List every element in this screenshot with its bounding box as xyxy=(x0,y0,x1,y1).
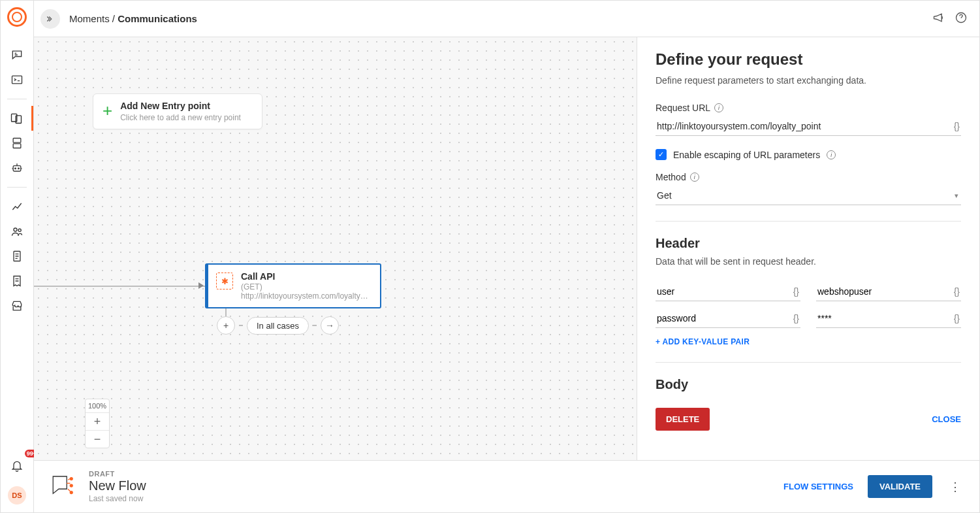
chevron-down-icon: ▾ xyxy=(952,191,961,200)
placeholder-braces-icon[interactable]: { } xyxy=(951,313,961,323)
api-node-url: http://linktoyoursystem.com/loyalty_poin xyxy=(241,291,371,301)
svg-point-8 xyxy=(14,228,17,231)
bottom-bar: DRAFT New Flow Last saved now FLOW SETTI… xyxy=(34,460,979,512)
header-key-input[interactable] xyxy=(656,282,791,301)
header-value-input[interactable] xyxy=(816,309,951,327)
placeholder-braces-icon[interactable]: { } xyxy=(951,121,961,131)
svg-rect-4 xyxy=(13,144,21,148)
header-value-input[interactable] xyxy=(816,282,951,301)
branch-condition-pill[interactable]: In all cases xyxy=(247,317,309,335)
entry-card-title: Add New Entry point xyxy=(120,101,241,111)
escape-url-label: Enable escaping of URL parameters xyxy=(673,150,820,160)
info-icon[interactable]: i xyxy=(714,103,723,112)
body-section-title: Body xyxy=(656,377,961,392)
svg-rect-3 xyxy=(13,139,21,143)
panel-title: Define your request xyxy=(656,50,961,69)
escape-url-checkbox[interactable]: ✓ xyxy=(656,149,667,160)
sidebar-collapse-button[interactable] xyxy=(40,9,60,29)
nav-receipt-icon[interactable] xyxy=(1,269,33,293)
nav-bot-icon[interactable] xyxy=(1,156,33,180)
breadcrumb: Moments / Communications xyxy=(69,13,197,24)
entry-card-subtitle: Click here to add a new entry point xyxy=(120,113,241,122)
request-url-input[interactable] xyxy=(656,117,951,135)
avatar[interactable]: DS xyxy=(8,486,26,505)
zoom-control: 100% + − xyxy=(85,399,110,448)
breadcrumb-root[interactable]: Moments xyxy=(69,13,110,24)
placeholder-braces-icon[interactable]: { } xyxy=(791,286,800,297)
header-section-title: Header xyxy=(656,236,961,251)
left-rail: 99+ DS xyxy=(1,1,34,512)
announce-icon[interactable] xyxy=(932,11,945,26)
method-label: Methodi xyxy=(656,172,961,182)
flow-saved: Last saved now xyxy=(89,494,146,503)
nav-docs-icon[interactable] xyxy=(1,244,33,269)
nav-store-icon[interactable] xyxy=(1,293,33,318)
connector-line xyxy=(34,286,205,287)
notifications-icon[interactable]: 99+ xyxy=(1,454,33,478)
panel-description: Define request parameters to start excha… xyxy=(656,75,961,86)
nav-terminal-icon[interactable] xyxy=(1,67,33,92)
validate-button[interactable]: VALIDATE xyxy=(868,475,932,498)
api-node-method: (GET) xyxy=(241,282,371,291)
placeholder-braces-icon[interactable]: { } xyxy=(791,313,800,323)
brand-logo[interactable] xyxy=(7,7,27,27)
method-select[interactable]: Get xyxy=(656,186,952,205)
arrow-icon xyxy=(198,282,204,289)
plus-icon: + xyxy=(103,102,112,119)
api-gear-icon: ✱ xyxy=(216,273,233,290)
svg-point-6 xyxy=(15,168,16,169)
request-url-label: Request URLi xyxy=(656,103,961,113)
svg-rect-5 xyxy=(13,166,21,171)
nav-templates-icon[interactable] xyxy=(1,131,33,156)
flow-status: DRAFT xyxy=(89,470,146,478)
svg-rect-0 xyxy=(12,76,22,84)
header-key-input[interactable] xyxy=(656,309,791,327)
delete-button[interactable]: DELETE xyxy=(656,408,710,431)
call-api-node[interactable]: ✱ Call API (GET) http://linktoyoursystem… xyxy=(205,263,381,308)
placeholder-braces-icon[interactable]: { } xyxy=(951,286,961,297)
zoom-percent: 100% xyxy=(86,399,109,413)
info-icon[interactable]: i xyxy=(690,173,699,182)
add-entry-point-card[interactable]: + Add New Entry point Click here to add … xyxy=(93,93,262,129)
help-icon[interactable] xyxy=(955,11,968,26)
top-bar: Moments / Communications xyxy=(34,1,979,37)
svg-point-13 xyxy=(70,484,73,487)
header-section-desc: Data that will be sent in request header… xyxy=(656,256,961,267)
svg-point-7 xyxy=(18,168,20,169)
zoom-out-button[interactable]: − xyxy=(86,430,109,448)
more-menu-button[interactable]: ⋮ xyxy=(947,480,964,494)
info-icon[interactable]: i xyxy=(827,150,836,159)
add-branch-button[interactable]: + xyxy=(217,316,235,335)
svg-point-9 xyxy=(18,229,21,231)
nav-flows-icon[interactable] xyxy=(1,106,33,131)
config-panel: Define your request Define request param… xyxy=(637,37,979,460)
nav-people-icon[interactable] xyxy=(1,219,33,244)
nav-analytics-icon[interactable] xyxy=(1,194,33,219)
flow-icon xyxy=(50,472,77,501)
nav-conversations-icon[interactable] xyxy=(1,42,33,67)
next-step-button[interactable]: → xyxy=(321,316,339,335)
flow-name[interactable]: New Flow xyxy=(89,478,146,493)
breadcrumb-current: Communications xyxy=(118,13,197,24)
flow-settings-button[interactable]: FLOW SETTINGS xyxy=(783,482,853,491)
zoom-in-button[interactable]: + xyxy=(86,413,109,430)
add-key-value-button[interactable]: + ADD KEY-VALUE PAIR xyxy=(656,337,961,346)
api-node-title: Call API xyxy=(241,271,371,282)
close-button[interactable]: CLOSE xyxy=(932,414,961,424)
flow-canvas[interactable]: + Add New Entry point Click here to add … xyxy=(34,37,637,460)
